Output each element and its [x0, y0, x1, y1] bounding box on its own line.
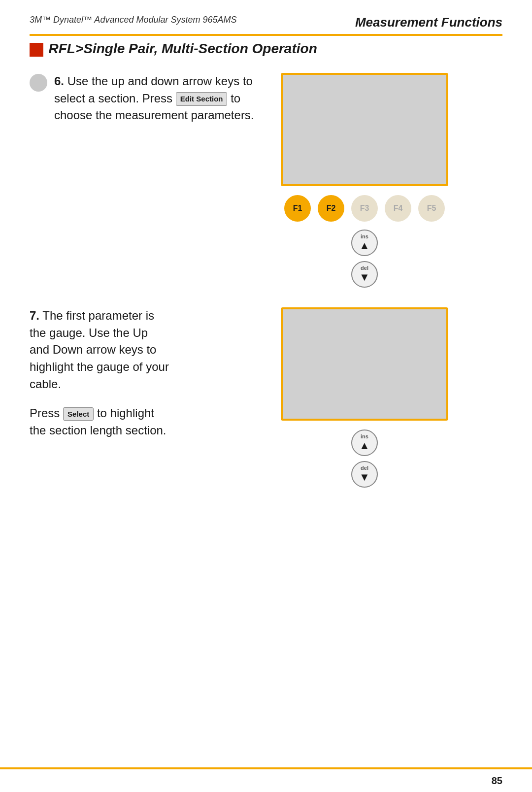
del-label-2: del: [361, 465, 368, 471]
step7-line4: highlight the gauge of your: [30, 360, 169, 373]
page-header: 3M™ Dynatel™ Advanced Modular System 965…: [30, 0, 502, 34]
section-title-bar: RFL>Single Pair, Multi-Section Operation: [30, 34, 502, 58]
down-arrow-icon: ▼: [359, 271, 370, 284]
step6-text-area: 6. Use the up and down arrow keys to sel…: [30, 73, 271, 124]
edit-section-button[interactable]: Edit Section: [176, 92, 228, 106]
f1-button[interactable]: F1: [284, 195, 311, 222]
step6-section: 6. Use the up and down arrow keys to sel…: [30, 73, 502, 288]
step6-number: [30, 73, 54, 92]
step6-bullet: [30, 74, 47, 92]
page-footer: 85: [0, 767, 532, 792]
step6-text: 6. Use the up and down arrow keys to sel…: [54, 73, 261, 124]
step6-device-area: F1 F2 F3 F4 F5 ins ▲ del ▼: [271, 73, 458, 288]
step7-line2: the gauge. Use the Up: [30, 326, 148, 339]
step6-row: 6. Use the up and down arrow keys to sel…: [30, 73, 261, 124]
step7-press-before: Press: [30, 406, 60, 420]
ins-label-2: ins: [361, 433, 368, 439]
step7-line5: cable.: [30, 377, 61, 391]
select-button[interactable]: Select: [63, 407, 94, 421]
section-title-main: Single Pair, Multi-Section Operation: [83, 41, 317, 56]
down-arrow-icon-2: ▼: [359, 471, 370, 484]
step7-screen: [281, 307, 448, 421]
page-number: 85: [492, 775, 502, 787]
step7-text-area: 7. The first parameter is the gauge. Use…: [30, 307, 271, 439]
step6-screen: [281, 73, 448, 186]
f4-button: F4: [385, 195, 411, 222]
del-down-button-2[interactable]: del ▼: [351, 461, 378, 488]
title-accent-square: [30, 43, 43, 57]
step7-number-label: 7.: [30, 309, 39, 322]
section-heading: RFL>Single Pair, Multi-Section Operation: [48, 41, 317, 56]
step7-nav-buttons: ins ▲ del ▼: [351, 429, 378, 488]
ins-label: ins: [361, 233, 368, 239]
page-container: 3M™ Dynatel™ Advanced Modular System 965…: [0, 0, 532, 792]
header-product-name: 3M™ Dynatel™ Advanced Modular System 965…: [30, 15, 237, 25]
ins-up-button[interactable]: ins ▲: [351, 230, 378, 256]
del-down-button[interactable]: del ▼: [351, 261, 378, 288]
step7-press-after: to highlight: [97, 406, 154, 420]
del-label: del: [361, 265, 368, 271]
step7-line3: and Down arrow keys to: [30, 343, 156, 356]
ins-up-button-2[interactable]: ins ▲: [351, 429, 378, 456]
step6-number-label: 6.: [54, 74, 64, 88]
f3-button: F3: [351, 195, 378, 222]
up-arrow-icon-2: ▲: [359, 439, 370, 452]
step6-nav-buttons: ins ▲ del ▼: [351, 230, 378, 288]
up-arrow-icon: ▲: [359, 239, 370, 252]
step7-device-area: ins ▲ del ▼: [271, 307, 458, 488]
step7-press-text: Press Select to highlight the section le…: [30, 405, 261, 439]
step6-content: 6. Use the up and down arrow keys to sel…: [54, 73, 261, 124]
step7-press-line3: the section length section.: [30, 424, 166, 437]
f2-button[interactable]: F2: [318, 195, 344, 222]
rfl-prefix: RFL>: [48, 41, 83, 56]
step7-text: 7. The first parameter is the gauge. Use…: [30, 307, 261, 393]
step7-section: 7. The first parameter is the gauge. Use…: [30, 307, 502, 488]
func-buttons-row: F1 F2 F3 F4 F5: [284, 195, 445, 222]
f5-button: F5: [418, 195, 445, 222]
step7-line1: The first parameter is: [42, 309, 154, 322]
header-section-title: Measurement Functions: [355, 15, 502, 30]
